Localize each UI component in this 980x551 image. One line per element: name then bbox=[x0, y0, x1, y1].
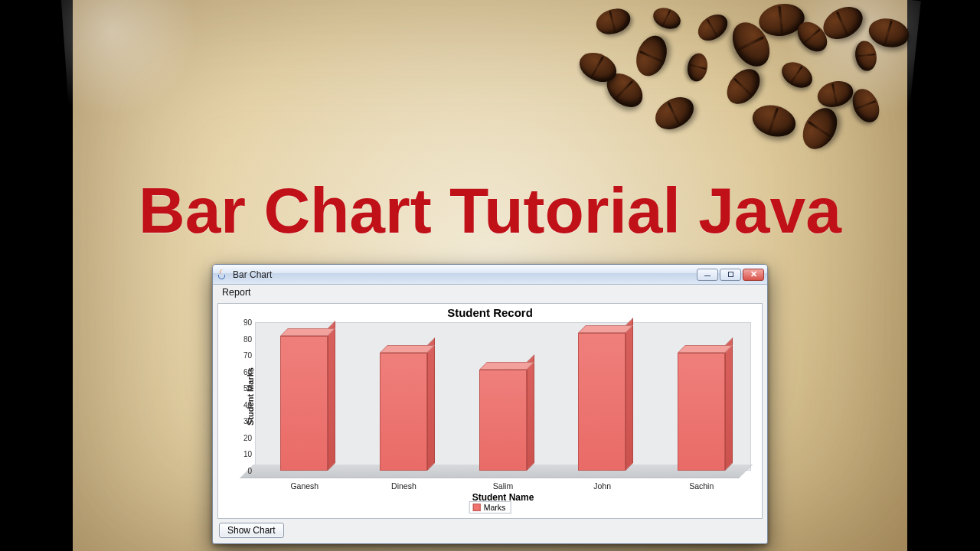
chart-ytick: 70 bbox=[234, 351, 252, 360]
chart-bars bbox=[255, 322, 751, 471]
chart-legend: Marks bbox=[469, 501, 511, 514]
chart-xtick: Sachin bbox=[689, 481, 714, 491]
chart-ytick: 40 bbox=[234, 400, 252, 409]
close-button[interactable]: ✕ bbox=[743, 269, 764, 281]
chart-ytick: 50 bbox=[234, 384, 252, 393]
chart-ytick: 10 bbox=[234, 450, 252, 458]
chart-xtick: Ganesh bbox=[290, 481, 318, 491]
chart-bar bbox=[578, 333, 626, 471]
chart-bar bbox=[380, 353, 427, 471]
window-controls: ✕ bbox=[695, 269, 764, 281]
minimize-button[interactable] bbox=[697, 269, 718, 281]
window-title: Bar Chart bbox=[233, 269, 272, 280]
chart-title: Student Record bbox=[218, 304, 762, 320]
legend-label: Marks bbox=[484, 503, 506, 512]
maximize-button[interactable] bbox=[720, 269, 741, 281]
chart-ytick: 80 bbox=[234, 334, 252, 343]
slide-title-line1: Bar Chart Tutorial Java bbox=[139, 174, 841, 246]
menu-report[interactable]: Report bbox=[217, 286, 256, 298]
chart-plot-area: Student Marks Student Name 0102030405060… bbox=[255, 322, 751, 471]
chart-bar bbox=[479, 370, 527, 471]
chart-ytick: 20 bbox=[234, 433, 252, 442]
app-window: Bar Chart ✕ Report Student Record Studen… bbox=[212, 264, 768, 544]
java-icon bbox=[217, 269, 228, 280]
menubar: Report bbox=[213, 285, 767, 300]
legend-swatch bbox=[473, 504, 481, 511]
chart-xtick: Dinesh bbox=[391, 481, 416, 491]
button-row: Show Chart bbox=[217, 519, 763, 540]
chart-xtick: Salim bbox=[493, 481, 513, 491]
window-titlebar[interactable]: Bar Chart ✕ bbox=[213, 265, 767, 285]
chart-xtick: John bbox=[593, 481, 611, 491]
chart-ytick: 90 bbox=[234, 318, 252, 327]
chart-bar bbox=[280, 336, 328, 471]
chart-panel: Student Record Student Marks Student Nam… bbox=[217, 303, 763, 519]
slide-stage: Bar Chart Tutorial Java Hindi Bar Chart … bbox=[73, 0, 907, 551]
chart-ytick: 30 bbox=[234, 417, 252, 425]
show-chart-button[interactable]: Show Chart bbox=[219, 523, 284, 538]
window-client-area: Student Record Student Marks Student Nam… bbox=[213, 300, 767, 543]
chart-bar bbox=[678, 353, 725, 471]
chart-ytick: 60 bbox=[234, 367, 252, 376]
chart-ytick: 0 bbox=[234, 467, 252, 475]
